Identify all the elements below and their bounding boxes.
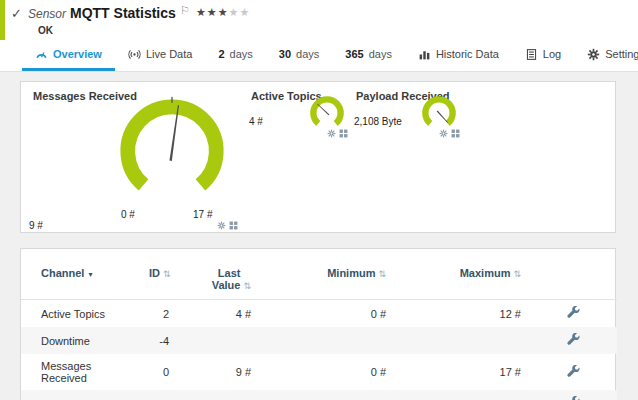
gauge-settings-gear-icon[interactable] xyxy=(327,129,336,138)
column-header-tools xyxy=(529,263,617,300)
channel-name[interactable]: Messages Received xyxy=(21,354,141,390)
column-header-channel[interactable]: Channel▾ xyxy=(21,263,141,300)
signal-icon xyxy=(128,48,141,61)
tab-live-data[interactable]: Live Data xyxy=(115,40,205,71)
tab-label-number: 30 xyxy=(279,48,291,60)
channel-settings-wrench-icon[interactable] xyxy=(567,333,580,346)
channel-name[interactable]: Downtime xyxy=(21,327,141,354)
gauge-icon xyxy=(35,48,48,61)
table-header-row: Channel▾ ID⇅ Last Value⇅ Minimum⇅ Maximu… xyxy=(21,263,617,300)
column-header-label: Last Value xyxy=(196,267,240,291)
tab-label: Settings xyxy=(605,48,638,60)
gauge-max-label: 17 # xyxy=(193,209,212,220)
sort-icon[interactable]: ⇅ xyxy=(378,269,386,279)
sensor-header: ✓ Sensor MQTT Statistics ⚐ ★★★★★ OK xyxy=(0,0,638,40)
status-color-strip xyxy=(0,0,5,40)
channel-minimum: 0 # xyxy=(259,300,394,328)
gauge-corner-icons xyxy=(327,129,348,138)
channel-settings-wrench-icon[interactable] xyxy=(567,396,580,400)
gear-icon xyxy=(587,48,600,61)
channel-last-value: 4 # xyxy=(177,300,259,328)
flag-icon[interactable]: ⚐ xyxy=(180,4,190,17)
object-kind-label: Sensor xyxy=(28,7,66,21)
table-row: Active Topics 2 4 # 0 # 12 # xyxy=(21,300,617,328)
sort-icon[interactable]: ⇅ xyxy=(513,269,521,279)
channels-table-panel: Channel▾ ID⇅ Last Value⇅ Minimum⇅ Maximu… xyxy=(20,248,616,400)
gauge-table-icon[interactable] xyxy=(339,129,348,138)
tab-label-word: days xyxy=(296,48,319,60)
tab-label-word: days xyxy=(369,48,392,60)
tab-label: Overview xyxy=(53,48,102,60)
table-row: Messages Received 0 9 # 0 # 17 # xyxy=(21,354,617,390)
channel-name[interactable]: Payload Received xyxy=(21,390,141,400)
channel-last-value: 9 # xyxy=(177,354,259,390)
tab-label-number: 2 xyxy=(218,48,224,60)
table-row: Downtime -4 xyxy=(21,327,617,354)
sort-icon[interactable]: ⇅ xyxy=(163,269,171,279)
tab-label-word: days xyxy=(230,48,253,60)
gauge-table-icon[interactable] xyxy=(451,129,460,138)
channel-name[interactable]: Active Topics xyxy=(21,300,141,328)
sort-icon[interactable]: ⇅ xyxy=(243,281,251,291)
channel-id: 1 xyxy=(141,390,177,400)
channel-minimum xyxy=(259,327,394,354)
channel-last-value xyxy=(177,327,259,354)
bar-chart-icon xyxy=(418,48,431,61)
tab-log[interactable]: Log xyxy=(512,40,574,71)
status-badge: OK xyxy=(38,25,53,36)
channel-minimum: 0 # xyxy=(259,354,394,390)
channel-settings-wrench-icon[interactable] xyxy=(567,306,580,319)
gauge-table-icon[interactable] xyxy=(229,221,238,230)
gauges-panel: Messages Received 0 # 17 # 9 # Active To… xyxy=(20,81,616,233)
table-row: Payload Received 1 2,108 Byte 0 Byte 2,1… xyxy=(21,390,617,400)
tab-label-number: 365 xyxy=(345,48,363,60)
column-header-maximum[interactable]: Maximum⇅ xyxy=(394,263,529,300)
stars-empty[interactable]: ★★ xyxy=(229,6,251,18)
tab-bar: Overview Live Data 2 days 30 days 365 da… xyxy=(0,40,638,72)
column-header-last-value[interactable]: Last Value⇅ xyxy=(177,263,259,300)
channel-last-value: 2,108 Byte xyxy=(177,390,259,400)
tab-label: Log xyxy=(543,48,561,60)
gauge-min-label: 0 # xyxy=(121,209,135,220)
channels-table: Channel▾ ID⇅ Last Value⇅ Minimum⇅ Maximu… xyxy=(21,263,617,400)
column-header-label: Channel xyxy=(41,267,84,279)
tab-365-days[interactable]: 365 days xyxy=(332,40,405,71)
channel-maximum: 2,120 Byte xyxy=(394,390,529,400)
channel-maximum: 12 # xyxy=(394,300,529,328)
gauge-corner-icons xyxy=(439,129,460,138)
sensor-ok-check-icon: ✓ xyxy=(11,6,22,21)
channel-id: 0 xyxy=(141,354,177,390)
active-topics-gauge xyxy=(307,93,347,133)
column-header-minimum[interactable]: Minimum⇅ xyxy=(259,263,394,300)
stars-filled[interactable]: ★★★ xyxy=(196,6,229,18)
tab-overview[interactable]: Overview xyxy=(22,40,115,71)
channel-maximum xyxy=(394,327,529,354)
channel-minimum: 0 Byte xyxy=(259,390,394,400)
column-header-label: Minimum xyxy=(327,267,375,279)
channel-settings-wrench-icon[interactable] xyxy=(567,365,580,378)
tab-historic-data[interactable]: Historic Data xyxy=(405,40,512,71)
content-area: Messages Received 0 # 17 # 9 # Active To… xyxy=(0,72,638,400)
tab-label: Historic Data xyxy=(436,48,499,60)
channel-id: 2 xyxy=(141,300,177,328)
chevron-down-icon[interactable]: ▾ xyxy=(88,270,92,279)
tab-settings[interactable]: Settings xyxy=(574,40,638,71)
payload-received-gauge xyxy=(419,93,459,133)
channel-maximum: 17 # xyxy=(394,354,529,390)
priority-stars[interactable]: ★★★★★ xyxy=(196,6,250,19)
tab-label: Live Data xyxy=(146,48,192,60)
channel-id: -4 xyxy=(141,327,177,354)
column-header-label: Maximum xyxy=(460,267,511,279)
gauge-corner-icons xyxy=(217,221,238,230)
messages-received-gauge xyxy=(113,92,231,210)
column-header-label: ID xyxy=(149,267,160,279)
gauge-settings-gear-icon[interactable] xyxy=(217,221,226,230)
gauge-current-value: 4 # xyxy=(249,116,263,127)
gauge-current-value: 9 # xyxy=(29,220,43,231)
column-header-id[interactable]: ID⇅ xyxy=(141,263,177,300)
gauge-current-value: 2,108 Byte xyxy=(354,116,402,127)
tab-30-days[interactable]: 30 days xyxy=(266,40,333,71)
gauge-settings-gear-icon[interactable] xyxy=(439,129,448,138)
tab-2-days[interactable]: 2 days xyxy=(205,40,265,71)
page-title: MQTT Statistics xyxy=(70,5,176,21)
